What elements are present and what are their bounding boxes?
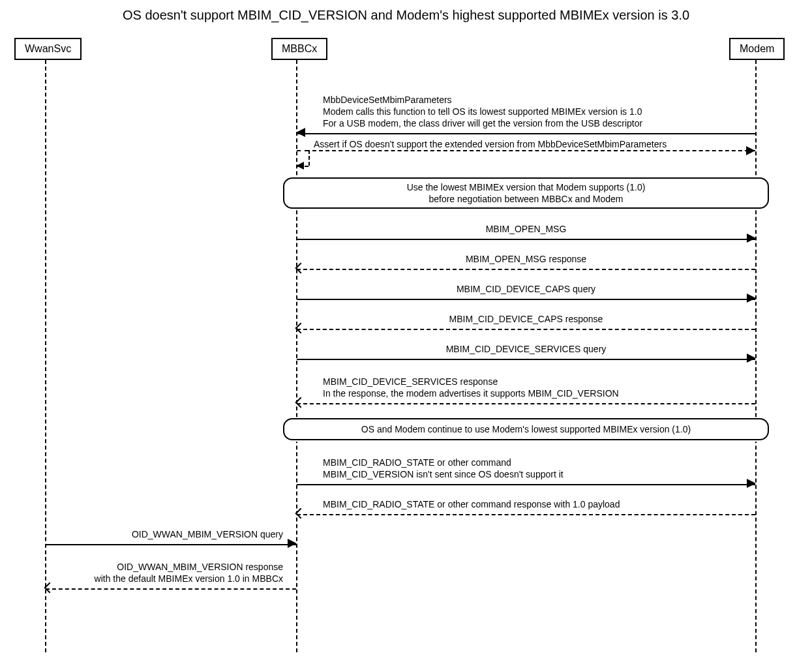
note-use-lowest-version: Use the lowest MBIMEx version that Modem… [283, 177, 769, 209]
actor-modem: Modem [729, 38, 785, 60]
actor-mbbcx: MBBCx [271, 38, 327, 60]
msg-text: MBIM_CID_DEVICE_SERVICES query [446, 344, 607, 354]
actor-label: MBBCx [282, 43, 317, 54]
arrow-right-icon [746, 146, 755, 155]
sequence-diagram: OS doesn't support MBIM_CID_VERSION and … [0, 0, 812, 666]
msg-text: MBIM_CID_VERSION isn't sent since OS doe… [323, 468, 564, 480]
arrow-right-icon [747, 294, 756, 303]
msg-text: MBIM_CID_RADIO_STATE or other command [323, 457, 564, 468]
actor-label: WwanSvc [25, 43, 71, 54]
note-text: before negotiation between MBBCx and Mod… [407, 193, 646, 205]
msg-text: OID_WWAN_MBIM_VERSION query [132, 528, 283, 540]
msg-text: MBIM_CID_DEVICE_CAPS query [457, 284, 595, 294]
lifeline-mbbcx [296, 60, 297, 652]
msg-text: with the default MBIMEx version 1.0 in M… [95, 573, 283, 584]
arrow-left-icon [296, 128, 305, 137]
msg-text: In the response, the modem advertises it… [323, 387, 619, 399]
lifeline-wwansvc [45, 60, 46, 652]
msg-text: MBIM_CID_RADIO_STATE or other command re… [323, 498, 620, 510]
msg-text: MBIM_OPEN_MSG response [466, 254, 586, 264]
msg-text: MBIM_CID_DEVICE_SERVICES response [323, 376, 619, 387]
msg-text: Modem calls this function to tell OS its… [323, 106, 642, 117]
msg-text: For a USB modem, the class driver will g… [323, 117, 642, 129]
msg-text: MbbDeviceSetMbimParameters [323, 94, 642, 106]
msg-assert-extended-version: Assert if OS doesn't support the extende… [297, 150, 755, 170]
msg-text: MBIM_CID_DEVICE_CAPS response [449, 314, 603, 324]
msg-text: MBIM_OPEN_MSG [486, 224, 567, 234]
note-continue-lowest-version: OS and Modem continue to use Modem's low… [283, 418, 769, 440]
msg-text: Assert if OS doesn't support the extende… [314, 138, 667, 150]
arrow-right-icon [747, 479, 756, 488]
actor-label: Modem [740, 43, 774, 54]
note-text: Use the lowest MBIMEx version that Modem… [407, 181, 646, 193]
actor-wwansvc: WwanSvc [14, 38, 82, 60]
arrow-right-icon [288, 539, 297, 548]
arrow-right-icon [747, 354, 756, 363]
msg-text: OID_WWAN_MBIM_VERSION response [95, 561, 283, 573]
diagram-title: OS doesn't support MBIM_CID_VERSION and … [0, 8, 812, 23]
arrow-right-icon [747, 234, 756, 243]
note-text: OS and Modem continue to use Modem's low… [361, 423, 691, 435]
